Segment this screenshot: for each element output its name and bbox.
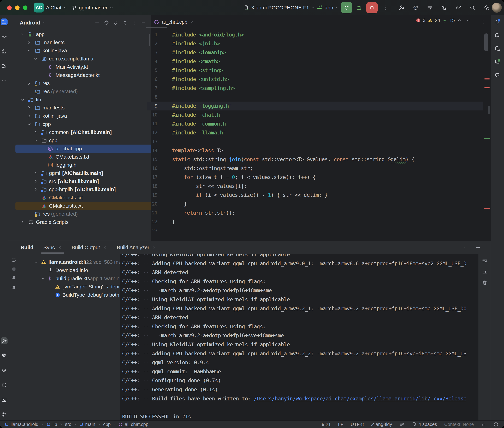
tree-item-cpp-httplib[interactable]: cpp-httplib[AiChat.lib.main] bbox=[16, 185, 151, 194]
tool-strip-more-tool-windows[interactable] bbox=[1, 77, 8, 84]
close-tab-icon[interactable] bbox=[103, 246, 107, 249]
tree-item-cmakelists-txt[interactable]: CMakeLists.txt bbox=[16, 194, 151, 202]
tree-item-app[interactable]: app bbox=[16, 30, 151, 38]
build-node[interactable]: Download info bbox=[41, 266, 88, 274]
tree-item-kotlin-java[interactable]: kotlin+java bbox=[16, 46, 151, 55]
breadcrumb-main[interactable]: main bbox=[79, 422, 95, 427]
tool-strip-terminal[interactable] bbox=[1, 396, 8, 403]
build-node[interactable]: build.gradle.kts app 1 warning bbox=[41, 274, 120, 283]
locate-icon[interactable] bbox=[103, 20, 109, 25]
build-variants-icon[interactable] bbox=[427, 5, 433, 11]
tool-strip-project[interactable] bbox=[1, 18, 8, 25]
stop-sync-icon[interactable] bbox=[11, 266, 17, 272]
inspections-widget[interactable]: 3 24 15 bbox=[416, 18, 471, 23]
attach-debugger-icon[interactable] bbox=[441, 5, 447, 11]
breadcrumb-llama-android[interactable]: llama.android bbox=[4, 422, 38, 427]
tree-item-manifests[interactable]: manifests bbox=[16, 104, 151, 112]
build-node[interactable]: BuildType 'debug' is both de bbox=[48, 291, 120, 299]
stop-button[interactable] bbox=[366, 2, 378, 13]
more-actions-button[interactable] bbox=[383, 5, 389, 11]
avatar[interactable] bbox=[492, 3, 502, 13]
tree-item-gradle-scripts[interactable]: Gradle Scripts bbox=[16, 218, 151, 226]
status-widget-9-21[interactable]: 9:21 bbox=[322, 422, 331, 427]
tree-item-ggml[interactable]: ggml[AiChat.lib.main] bbox=[16, 169, 151, 177]
tree-item-ai-chat-cpp[interactable]: Cai_chat.cpp bbox=[16, 145, 151, 153]
tool-strip-build[interactable] bbox=[1, 337, 8, 344]
settings-icon[interactable] bbox=[484, 5, 490, 11]
breadcrumb-lib[interactable]: lib bbox=[46, 422, 57, 427]
build-node[interactable]: llama.android: fi 22 sec, 583 ms bbox=[34, 258, 120, 266]
tool-strip-gradle[interactable] bbox=[494, 32, 501, 39]
tool-strip-device-manager[interactable] bbox=[494, 45, 501, 52]
soft-wrap-icon[interactable] bbox=[482, 258, 487, 263]
device-selector[interactable]: Xiaomi POCOPHONE F1 bbox=[244, 0, 315, 16]
minimize-window-button[interactable] bbox=[15, 6, 19, 10]
expand-icon[interactable] bbox=[113, 20, 118, 25]
tool-strip-logcat[interactable] bbox=[1, 367, 8, 374]
debug-button[interactable] bbox=[356, 5, 362, 11]
pin-icon[interactable] bbox=[11, 276, 17, 281]
scroll-to-end-icon[interactable] bbox=[482, 269, 487, 275]
run-config-selector[interactable]: app bbox=[316, 0, 339, 16]
breadcrumb-ai-chat-cpp[interactable]: Cai_chat.cpp bbox=[119, 422, 148, 427]
status-widget-4-spaces[interactable]: 4 spaces bbox=[411, 422, 437, 427]
filter-icon[interactable] bbox=[11, 285, 17, 290]
tree-item-logging-h[interactable]: logging.h bbox=[16, 161, 151, 169]
breadcrumb-src[interactable]: src bbox=[65, 422, 71, 427]
build-hammer-icon[interactable] bbox=[398, 5, 404, 11]
tool-strip-pull-requests[interactable] bbox=[1, 63, 8, 70]
run-button[interactable] bbox=[341, 2, 352, 13]
gradle-sync-icon[interactable]: A bbox=[412, 5, 419, 11]
status-widget--clang-tidy[interactable]: .clang-tidy bbox=[371, 422, 392, 427]
tree-item-manifests[interactable]: manifests bbox=[16, 38, 151, 47]
tool-strip-notifications[interactable] bbox=[494, 18, 501, 25]
editor-horizontal-scrollbar[interactable] bbox=[146, 27, 167, 28]
tab-ai-chat-cpp[interactable]: C ai_chat.cpp bbox=[151, 16, 198, 29]
next-problem-icon[interactable] bbox=[466, 18, 471, 23]
tree-item-com-example-llama[interactable]: com.example.llama bbox=[16, 55, 151, 63]
editor-options-button[interactable] bbox=[480, 19, 486, 25]
build-tab-sync[interactable]: Sync bbox=[43, 241, 62, 254]
tree-item-src[interactable]: src[AiChat.lib.main] bbox=[16, 177, 151, 185]
hide-build-panel-button[interactable] bbox=[475, 245, 481, 250]
project-view-selector[interactable]: Android bbox=[20, 20, 40, 26]
refresh-icon[interactable] bbox=[11, 257, 17, 263]
build-files-link[interactable]: /Users/hanyin/Workspace/ai-chat/examples… bbox=[254, 396, 466, 402]
build-tab-build-output[interactable]: Build Output bbox=[72, 241, 107, 254]
tree-item-lib[interactable]: lib bbox=[16, 96, 151, 104]
close-tab-icon[interactable] bbox=[190, 20, 194, 24]
status-widget-context-none[interactable]: Context: None bbox=[444, 422, 474, 427]
branch-selector[interactable]: ggml-master bbox=[72, 0, 113, 16]
tree-item-res[interactable]: res (generated) bbox=[16, 87, 151, 96]
tool-strip-structure[interactable] bbox=[1, 48, 8, 55]
build-options-button[interactable] bbox=[462, 245, 468, 250]
editor-scrollbar[interactable] bbox=[484, 33, 488, 51]
tree-item-cpp[interactable]: cpp bbox=[16, 120, 151, 128]
tool-strip-running-devices[interactable] bbox=[494, 58, 501, 66]
tool-strip-gemini[interactable] bbox=[494, 72, 501, 79]
zoom-window-button[interactable] bbox=[23, 6, 27, 10]
breadcrumb-cpp[interactable]: cpp bbox=[103, 422, 111, 427]
close-tab-icon[interactable] bbox=[152, 246, 156, 249]
build-node[interactable]: 'jvmTarget: String' is deprec bbox=[48, 283, 120, 291]
clear-console-icon[interactable] bbox=[482, 280, 487, 286]
code-editor[interactable]: 1#include <android/log.h>2#include <jni.… bbox=[147, 29, 491, 241]
tree-item-kotlin-java[interactable]: kotlin+java bbox=[16, 112, 151, 120]
prev-problem-icon[interactable] bbox=[457, 18, 462, 23]
profiler-icon[interactable] bbox=[455, 5, 461, 11]
tree-item-cmakelists-txt[interactable]: CMakeLists.txt bbox=[16, 202, 151, 210]
error-stripe-mark[interactable] bbox=[484, 208, 490, 209]
search-everywhere-icon[interactable] bbox=[469, 5, 476, 11]
error-stripe-mark[interactable] bbox=[484, 78, 490, 80]
tree-item-common[interactable]: common[AiChat.lib.main] bbox=[16, 128, 151, 136]
build-console[interactable]: C/C++: -- Using KleidiAI optimized kerne… bbox=[120, 254, 478, 421]
tool-strip-version-control[interactable] bbox=[1, 411, 8, 418]
status-widget-inspect[interactable] bbox=[399, 422, 404, 427]
tool-strip-app-quality-insights[interactable] bbox=[1, 352, 8, 359]
tree-item-mainactivity-kt[interactable]: MainActivity.kt bbox=[16, 63, 151, 71]
ok-stripe-mark[interactable] bbox=[484, 138, 490, 139]
build-tab-build-analyzer[interactable]: Build Analyzer bbox=[117, 241, 156, 254]
error-stripe-mark[interactable] bbox=[484, 87, 490, 88]
project-selector[interactable]: AiChat bbox=[46, 0, 67, 16]
tree-item-res[interactable]: res (generated) bbox=[16, 210, 151, 218]
